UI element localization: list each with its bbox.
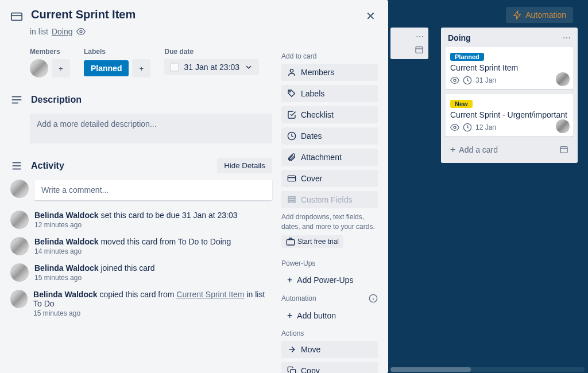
card-label: New	[450, 100, 473, 108]
checklist-icon	[287, 110, 296, 119]
avatar[interactable]	[10, 211, 29, 229]
move-button[interactable]: Move	[281, 341, 378, 358]
due-checkbox[interactable]	[170, 63, 179, 72]
board-card[interactable]: Planned Current Sprint Item 31 Jan	[446, 47, 573, 90]
card-label: Planned	[450, 53, 484, 61]
card-title[interactable]: Current Sprint Item	[31, 8, 136, 21]
svg-rect-27	[288, 201, 295, 203]
card-detail-modal: ✕ Current Sprint Item in list Doing Memb…	[0, 0, 388, 373]
svg-rect-0	[416, 47, 423, 53]
cover-icon	[287, 174, 296, 183]
svg-point-21	[289, 91, 291, 92]
automation-button[interactable]: Automation	[506, 7, 573, 23]
card-icon	[10, 10, 23, 25]
sb-cover-button[interactable]: Cover	[281, 170, 378, 187]
activity-text: Belinda Waldock copied this card from Cu…	[33, 290, 272, 308]
svg-rect-23	[288, 176, 295, 181]
list-menu-icon[interactable]: ⋯	[416, 32, 424, 41]
sb-custom-fields-button[interactable]: Custom Fields	[281, 191, 378, 208]
comment-input[interactable]: Write a comment...	[34, 180, 272, 200]
add-member-button[interactable]: +	[52, 59, 70, 77]
add-label-button[interactable]: +	[132, 59, 150, 77]
avatar[interactable]	[556, 119, 570, 133]
avatar[interactable]	[556, 72, 570, 86]
svg-rect-33	[291, 370, 296, 373]
add-card-button[interactable]: + Add a card	[446, 141, 573, 158]
board-card[interactable]: New Current Sprint - Urgent/important 12…	[446, 94, 573, 137]
list-doing: Doing ⋯ Planned Current Sprint Item 31 J…	[441, 28, 578, 163]
list-title[interactable]: Doing	[448, 33, 471, 42]
info-icon[interactable]	[369, 294, 378, 303]
tag-icon	[287, 89, 296, 98]
card-name: Current Sprint Item	[450, 63, 568, 72]
avatar[interactable]	[10, 290, 28, 308]
avatar[interactable]	[10, 237, 29, 255]
sb-members-button[interactable]: Members	[281, 64, 378, 81]
svg-point-10	[80, 30, 82, 33]
attachment-icon	[287, 153, 296, 162]
automation-heading: Automation	[281, 294, 378, 303]
activity-time: 14 minutes ago	[34, 247, 231, 255]
clock-icon	[463, 123, 472, 132]
hide-details-button[interactable]: Hide Details	[217, 158, 272, 173]
due-heading: Due date	[164, 48, 259, 56]
label-pill[interactable]: Planned	[84, 60, 129, 76]
bolt-icon	[513, 10, 522, 20]
activity-heading: Activity	[31, 161, 64, 171]
description-icon	[10, 94, 23, 108]
due-date-chip[interactable]: 31 Jan at 23:03	[164, 59, 259, 75]
copy-button[interactable]: Copy	[281, 362, 378, 373]
briefcase-icon	[286, 237, 295, 246]
card-name: Current Sprint - Urgent/important	[450, 110, 568, 119]
horizontal-scrollbar[interactable]	[390, 367, 585, 372]
list-link[interactable]: Doing	[52, 27, 73, 36]
activity-time: 15 minutes ago	[33, 309, 272, 317]
svg-rect-28	[287, 239, 294, 244]
sb-attachment-button[interactable]: Attachment	[281, 149, 378, 166]
card-badges: 12 Jan	[450, 123, 568, 132]
chevron-down-icon	[244, 63, 253, 72]
activity-time: 15 minutes ago	[34, 274, 155, 282]
watch-icon[interactable]	[76, 27, 86, 36]
start-trial-button[interactable]: Start free trial	[281, 235, 343, 248]
person-icon	[287, 68, 296, 77]
watch-icon	[450, 123, 459, 132]
svg-rect-8	[11, 13, 22, 21]
activity-link[interactable]: Current Sprint Item	[176, 290, 244, 299]
activity-item: Belinda Waldock copied this card from Cu…	[10, 290, 272, 317]
activity-text: Belinda Waldock joined this card	[34, 263, 155, 273]
activity-item: Belinda Waldock joined this card15 minut…	[10, 263, 272, 282]
current-user-avatar	[10, 180, 29, 198]
close-button[interactable]: ✕	[361, 7, 380, 25]
template-icon[interactable]	[559, 145, 568, 154]
description-input[interactable]: Add a more detailed description...	[30, 114, 272, 143]
add-powerups-button[interactable]: +Add Power-Ups	[281, 271, 378, 289]
in-list-text: in list Doing	[10, 27, 378, 36]
svg-rect-6	[560, 147, 567, 153]
clock-icon	[287, 131, 296, 141]
activity-item: Belinda Waldock set this card to be due …	[10, 211, 272, 229]
activity-item: Belinda Waldock moved this card from To …	[10, 237, 272, 255]
activity-text: Belinda Waldock set this card to be due …	[34, 211, 238, 220]
avatar[interactable]	[10, 263, 29, 282]
sb-checklist-button[interactable]: Checklist	[281, 106, 378, 123]
add-automation-button[interactable]: +Add button	[281, 306, 378, 325]
arrow-right-icon	[287, 345, 296, 354]
members-heading: Members	[30, 48, 70, 56]
svg-point-20	[290, 69, 293, 72]
member-avatar[interactable]	[30, 59, 48, 77]
svg-point-2	[454, 79, 456, 81]
adjacent-list: ⋯	[390, 28, 428, 59]
list-menu-icon[interactable]: ⋯	[563, 33, 571, 42]
template-icon[interactable]	[415, 45, 424, 55]
labels-heading: Labels	[84, 48, 150, 56]
fields-icon	[287, 195, 296, 204]
svg-rect-26	[288, 199, 295, 201]
scrollbar-thumb[interactable]	[390, 367, 471, 372]
svg-rect-25	[288, 197, 295, 199]
actions-heading: Actions	[281, 329, 378, 337]
sb-dates-button[interactable]: Dates	[281, 127, 378, 145]
sb-labels-button[interactable]: Labels	[281, 85, 378, 102]
custom-fields-hint: Add dropdowns, text fields, dates, and m…	[281, 212, 378, 232]
activity-icon	[10, 160, 23, 174]
